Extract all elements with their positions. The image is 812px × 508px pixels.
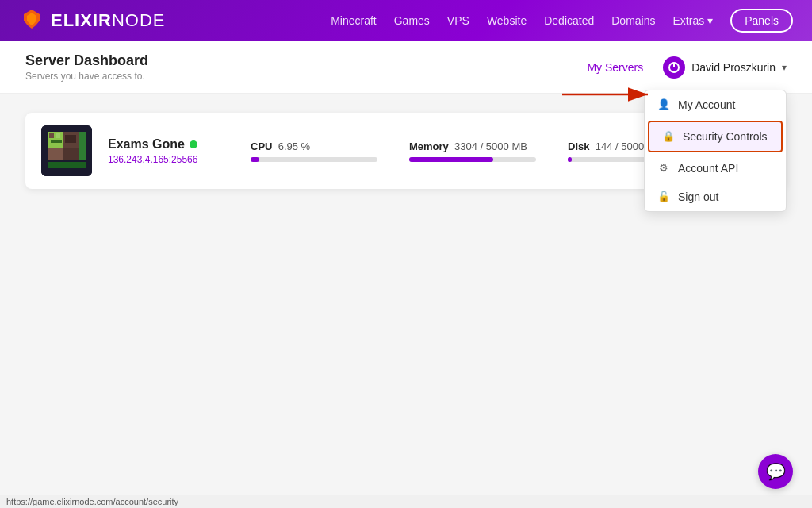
panels-button[interactable]: Panels — [730, 9, 793, 33]
memory-label: Memory 3304 / 5000 MB — [409, 140, 536, 152]
memory-progress-fill — [409, 157, 493, 162]
logo: ELIXIRNODE — [19, 8, 165, 33]
cpu-metric: CPU 6.95 % — [251, 140, 377, 162]
svg-rect-9 — [49, 133, 54, 138]
chat-bubble-button[interactable]: 💬 — [758, 454, 793, 489]
svg-rect-10 — [56, 133, 60, 138]
cpu-progress-bar — [251, 157, 377, 162]
server-ip: 136.243.4.165:25566 — [108, 154, 235, 165]
memory-metric: Memory 3304 / 5000 MB — [409, 140, 536, 162]
chat-icon: 💬 — [766, 462, 786, 481]
nav-vps[interactable]: VPS — [447, 14, 469, 27]
memory-value: 3304 / 5000 MB — [454, 140, 527, 152]
cpu-label: CPU 6.95 % — [251, 140, 377, 152]
memory-progress-bar — [409, 157, 536, 162]
chevron-down-icon: ▾ — [782, 62, 787, 73]
cpu-value: 6.95 % — [278, 140, 310, 152]
logo-icon — [19, 8, 44, 33]
server-name-row: Exams Gone — [108, 137, 235, 152]
nav-links: Minecraft Games VPS Website Dedicated Do… — [331, 9, 793, 33]
logo-text: ELIXIRNODE — [51, 10, 165, 31]
vertical-divider — [653, 60, 653, 75]
dropdown-sign-out[interactable]: 🔓 Sign out — [645, 183, 786, 211]
annotation-arrow — [562, 83, 657, 110]
svg-rect-12 — [65, 135, 76, 143]
subheader-left: Server Dashboard Servers you have access… — [25, 52, 148, 82]
user-dropdown-menu: 👤 My Account 🔒 Security Controls ⚙ Accou… — [644, 90, 787, 212]
svg-rect-13 — [79, 132, 86, 160]
nav-games[interactable]: Games — [394, 14, 430, 27]
minecraft-icon — [41, 125, 92, 176]
page-subtitle: Servers you have access to. — [25, 71, 148, 82]
statusbar: https://game.elixirnode.com/account/secu… — [0, 495, 812, 508]
dropdown-security-controls[interactable]: 🔒 Security Controls — [648, 121, 783, 152]
lock-icon: 🔒 — [662, 130, 675, 142]
svg-rect-8 — [63, 148, 79, 160]
dropdown-account-api[interactable]: ⚙ Account API — [645, 154, 786, 183]
power-icon — [668, 61, 680, 74]
user-menu-button[interactable]: David Proszkurin ▾ — [663, 56, 787, 79]
svg-rect-14 — [48, 162, 86, 168]
disk-progress-fill — [568, 157, 572, 162]
user-name: David Proszkurin — [691, 61, 776, 74]
nav-dedicated[interactable]: Dedicated — [544, 14, 594, 27]
signout-icon: 🔓 — [657, 190, 670, 202]
page-title: Server Dashboard — [25, 52, 148, 69]
nav-website[interactable]: Website — [487, 14, 527, 27]
api-icon: ⚙ — [657, 162, 670, 174]
my-servers-link[interactable]: My Servers — [587, 61, 643, 74]
svg-rect-6 — [48, 148, 63, 160]
nav-domains[interactable]: Domains — [611, 14, 655, 27]
status-online-dot — [190, 140, 197, 148]
user-avatar-circle — [663, 56, 685, 79]
statusbar-url: https://game.elixirnode.com/account/secu… — [6, 497, 178, 506]
subheader-right: My Servers David Proszkurin ▾ 👤 My Accou… — [587, 56, 787, 79]
nav-extras[interactable]: Extras ▾ — [673, 14, 714, 27]
navbar: ELIXIRNODE Minecraft Games VPS Website D… — [0, 0, 812, 41]
subheader: Server Dashboard Servers you have access… — [0, 41, 812, 94]
svg-rect-11 — [51, 140, 62, 143]
server-name: Exams Gone — [108, 137, 185, 152]
dropdown-my-account[interactable]: 👤 My Account — [645, 90, 786, 119]
server-info: Exams Gone 136.243.4.165:25566 — [108, 137, 235, 165]
person-icon: 👤 — [657, 98, 670, 110]
nav-minecraft[interactable]: Minecraft — [331, 14, 377, 27]
cpu-progress-fill — [251, 157, 259, 162]
server-thumbnail — [41, 125, 92, 176]
